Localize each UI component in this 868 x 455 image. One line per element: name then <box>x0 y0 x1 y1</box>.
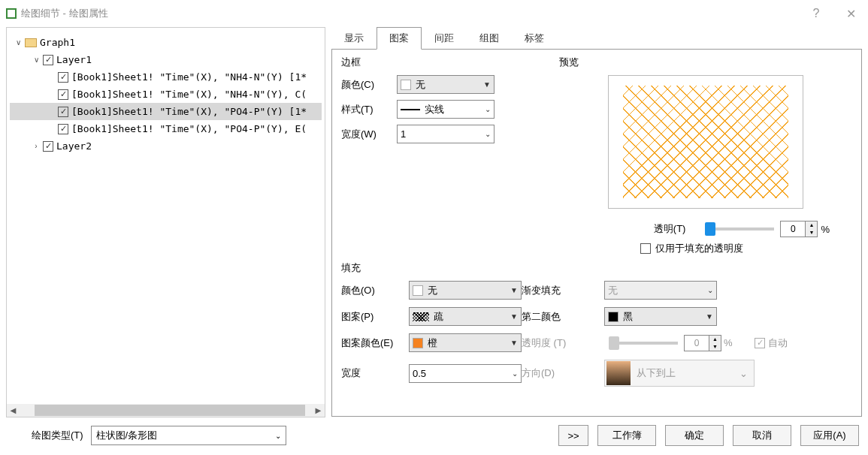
tab-spacing[interactable]: 间距 <box>422 27 467 50</box>
tab-group[interactable]: 组图 <box>467 27 512 50</box>
ok-button[interactable]: 确定 <box>665 425 724 446</box>
chevron-down-icon: ▼ <box>510 286 518 294</box>
tabstrip: 显示 图案 间距 组图 标签 <box>331 27 862 50</box>
border-style-label: 样式(T) <box>341 103 397 116</box>
tab-label[interactable]: 标签 <box>512 27 557 50</box>
chevron-down-icon: ⌄ <box>512 369 518 378</box>
help-button[interactable]: ? <box>799 0 833 27</box>
color-swatch-none-icon <box>401 80 411 90</box>
chevron-down-icon: ⌄ <box>485 105 491 113</box>
color-swatch-black-icon <box>608 312 618 322</box>
apply-button[interactable]: 应用(A) <box>800 425 859 446</box>
direction-label: 方向(D) <box>522 366 604 380</box>
color-swatch-none-icon <box>413 285 423 296</box>
transparency2-label: 透明度 (T) <box>522 336 604 350</box>
fill-pattern-label: 图案(P) <box>341 310 409 324</box>
preview-pattern <box>623 86 788 198</box>
scroll-right-icon[interactable]: ► <box>312 404 325 417</box>
horizontal-scrollbar[interactable]: ◄ ► <box>7 404 325 417</box>
transparency-value[interactable] <box>781 221 805 237</box>
fill-width-label: 宽度 <box>341 366 409 380</box>
checkbox[interactable]: ✓ <box>58 72 68 83</box>
app-icon <box>6 8 17 19</box>
chevron-right-icon[interactable]: › <box>31 142 41 150</box>
chevron-down-icon[interactable]: ∨ <box>13 38 23 47</box>
fill-color-label: 颜色(O) <box>341 284 409 297</box>
fill-legend: 填充 <box>341 261 852 275</box>
border-color-combo[interactable]: 无 ▼ <box>397 75 494 94</box>
second-color-label: 第二颜色 <box>522 310 604 324</box>
pattern-color-label: 图案颜色(E) <box>341 336 409 350</box>
fill-only-checkbox[interactable] <box>640 243 651 254</box>
checkbox[interactable]: ✓ <box>43 55 53 65</box>
second-color-combo[interactable]: 黑 ▼ <box>604 307 717 326</box>
transparency2-slider <box>610 342 678 345</box>
tree-layer1[interactable]: ∨ ✓ Layer1 <box>10 51 322 68</box>
checkbox[interactable]: ✓ <box>58 124 68 134</box>
gradient-combo[interactable]: 无 ⌄ <box>604 281 717 300</box>
fill-only-label: 仅用于填充的透明度 <box>655 242 743 255</box>
transparency-label: 透明(T) <box>654 222 686 236</box>
fill-width-combo[interactable]: 0.5 ⌄ <box>409 364 522 383</box>
chevron-down-icon: ⌄ <box>739 368 748 379</box>
border-width-label: 宽度(W) <box>341 128 397 141</box>
tree-layer2[interactable]: › ✓ Layer2 <box>10 137 322 155</box>
chevron-down-icon: ⌄ <box>485 130 491 138</box>
pattern-color-combo[interactable]: 橙 ▼ <box>409 333 522 352</box>
tab-display[interactable]: 显示 <box>331 27 377 50</box>
transparency-slider[interactable] <box>706 228 774 231</box>
preview-box <box>608 75 803 209</box>
auto-checkbox: ✓自动 <box>755 336 815 350</box>
chevron-down-icon: ▼ <box>706 312 713 321</box>
border-legend: 边框 <box>341 56 559 69</box>
plot-type-label: 绘图类型(T) <box>32 429 83 442</box>
chevron-down-icon: ▼ <box>483 80 491 89</box>
titlebar: 绘图细节 - 绘图属性 ? ✕ <box>0 0 868 27</box>
tree-item-selected[interactable]: ✓ [Book1]Sheet1! "Time"(X), "PO4-P"(Y) [… <box>10 103 322 120</box>
close-button[interactable]: ✕ <box>833 0 868 27</box>
transparency-spinner[interactable]: ▲▼ <box>780 221 818 237</box>
scroll-thumb[interactable] <box>35 405 305 416</box>
window-title: 绘图细节 - 绘图属性 <box>21 7 108 20</box>
checkbox[interactable]: ✓ <box>43 141 53 152</box>
folder-icon <box>25 38 37 47</box>
chevron-down-icon: ⌄ <box>275 432 281 440</box>
tab-pattern[interactable]: 图案 <box>377 27 422 50</box>
color-swatch-orange-icon <box>413 338 423 348</box>
expand-button[interactable]: >> <box>558 425 588 446</box>
tree-item[interactable]: ✓ [Book1]Sheet1! "Time"(X), "NH4-N"(Y) [… <box>10 68 322 86</box>
fill-pattern-combo[interactable]: 疏 ▼ <box>409 307 522 326</box>
chevron-down-icon: ▼ <box>510 339 518 347</box>
chevron-down-icon[interactable]: ∨ <box>31 56 41 64</box>
tree-graph-root[interactable]: ∨ Graph1 <box>10 34 322 51</box>
border-width-combo[interactable]: 1 ⌄ <box>397 125 494 143</box>
gradient-label: 渐变填充 <box>522 284 604 297</box>
border-color-label: 颜色(C) <box>341 78 397 92</box>
fill-color-combo[interactable]: 无 ▼ <box>409 281 522 300</box>
preview-legend: 预览 <box>559 56 852 69</box>
checkbox[interactable]: ✓ <box>58 89 68 100</box>
border-style-combo[interactable]: 实线 ⌄ <box>397 100 494 119</box>
workbook-button[interactable]: 工作簿 <box>597 425 656 446</box>
checkbox[interactable]: ✓ <box>58 107 68 117</box>
direction-combo: 从下到上 ⌄ <box>604 360 755 387</box>
plot-type-combo[interactable]: 柱状图/条形图 ⌄ <box>91 426 286 445</box>
tree-panel: ∨ Graph1 ∨ ✓ Layer1 ✓ [Book1]Sheet1! "Ti… <box>6 27 325 417</box>
pattern-swatch-icon <box>413 312 429 321</box>
chevron-down-icon: ⌄ <box>707 286 713 294</box>
transparency2-spinner: ▲▼ <box>684 335 721 351</box>
scroll-left-icon[interactable]: ◄ <box>7 404 20 417</box>
tree-item[interactable]: ✓ [Book1]Sheet1! "Time"(X), "PO4-P"(Y), … <box>10 120 322 137</box>
chevron-down-icon: ▼ <box>510 312 518 321</box>
gradient-swatch-icon <box>606 361 631 385</box>
tree-item[interactable]: ✓ [Book1]Sheet1! "Time"(X), "NH4-N"(Y), … <box>10 86 322 103</box>
cancel-button[interactable]: 取消 <box>733 425 791 446</box>
line-solid-icon <box>401 109 420 110</box>
